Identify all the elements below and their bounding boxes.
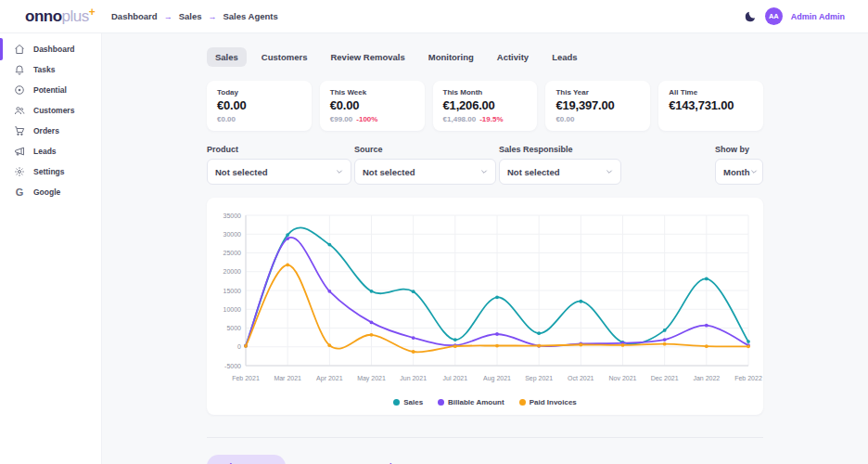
chevron-down-icon [336, 168, 343, 175]
data-point-sales [747, 340, 750, 343]
legend-dot-icon [438, 399, 444, 406]
x-axis-tick: Feb 2022 [734, 375, 762, 381]
data-point-sales [327, 243, 331, 247]
sales-line-chart: -500005000100001500020000250003000035000… [218, 208, 752, 393]
legend-dot-icon [393, 399, 400, 406]
tab-leads[interactable]: Leads [543, 47, 585, 67]
legend-label: Paid Invoices [530, 398, 577, 406]
source-label: Source [354, 145, 496, 154]
data-point-billable-amount [370, 321, 374, 325]
data-point-sales [495, 295, 499, 299]
data-point-sales [370, 290, 374, 293]
data-point-sales [537, 331, 541, 335]
breadcrumb-arrow-icon: → [208, 12, 216, 21]
source-filter: SourceNot selected [354, 145, 496, 185]
sales-chart-card: -500005000100001500020000250003000035000… [207, 198, 763, 415]
data-point-billable-amount [412, 336, 415, 340]
breadcrumb-item-sales[interactable]: Sales [179, 11, 202, 21]
header-right: AA Admin Admin [744, 7, 868, 25]
tab-monitoring[interactable]: Monitoring [420, 47, 482, 67]
megaphone-icon [14, 146, 25, 157]
legend-label: Sales [403, 398, 423, 406]
breadcrumb: Dashboard→Sales→Sales Agents [111, 11, 278, 21]
data-point-paid-invoices [370, 333, 374, 337]
x-axis-tick: May 2021 [357, 375, 386, 382]
main-area: SalesCustomersReview RemovalsMonitoringA… [102, 33, 868, 464]
sidebar-item-customers[interactable]: Customers [0, 100, 101, 121]
avatar[interactable]: AA [765, 7, 783, 25]
bottom-tab-products[interactable]: Products [360, 455, 422, 464]
sidebar: DashboardTasksPotentialCustomersOrdersLe… [0, 33, 102, 464]
x-axis-tick: Apr 2021 [316, 375, 343, 382]
data-point-paid-invoices [621, 343, 625, 347]
sidebar-item-potential[interactable]: Potential [0, 80, 101, 100]
y-axis-tick: -5000 [224, 363, 241, 369]
stat-card-this-year: This Year€19,397.00€0.00 [545, 81, 650, 131]
product-select[interactable]: Not selected [207, 159, 351, 185]
sidebar-item-label: Customers [33, 106, 74, 115]
data-point-paid-invoices [412, 350, 415, 354]
tab-review-removals[interactable]: Review Removals [322, 47, 413, 67]
show-by-select[interactable]: Month [715, 159, 763, 185]
data-point-sales [286, 233, 289, 237]
bottom-tab-sales-agents[interactable]: Sales Agents [207, 455, 286, 464]
tab-customers[interactable]: Customers [253, 47, 316, 67]
data-point-billable-amount [705, 324, 708, 328]
stat-label: This Week [330, 88, 415, 97]
sidebar-item-leads[interactable]: Leads [0, 141, 101, 161]
stat-percent-change: -100% [356, 115, 377, 123]
sidebar-item-tasks[interactable]: Tasks [0, 59, 101, 80]
source-select[interactable]: Not selected [354, 159, 496, 185]
sidebar-item-label: Orders [33, 126, 59, 135]
gear-icon [14, 166, 25, 177]
section-divider [207, 437, 763, 438]
product-selected-value: Not selected [215, 167, 268, 177]
show-by-selected-value: Month [723, 167, 750, 177]
product-label: Product [207, 145, 351, 154]
sidebar-item-label: Potential [33, 85, 67, 95]
data-point-paid-invoices [537, 344, 541, 348]
stat-card-today: Today€0.00€0.00 [207, 81, 312, 131]
bell-icon [14, 64, 25, 75]
sidebar-item-orders[interactable]: Orders [0, 121, 101, 141]
data-point-sales [663, 329, 667, 332]
y-axis-tick: 20000 [223, 268, 242, 275]
x-axis-tick: Mar 2021 [274, 375, 301, 381]
sidebar-item-google[interactable]: GGoogle [0, 182, 101, 202]
stat-previous-value: €0.00 [555, 115, 640, 123]
user-name[interactable]: Admin Admin [791, 12, 845, 21]
breadcrumb-item-dashboard[interactable]: Dashboard [111, 11, 158, 21]
app-logo[interactable]: onnoplus+ [0, 7, 102, 26]
legend-item-billable-amount[interactable]: Billable Amount [438, 398, 504, 406]
stat-label: All Time [669, 88, 753, 97]
data-point-sales [705, 277, 708, 281]
dark-mode-moon-icon[interactable] [744, 10, 757, 23]
section-tabs: SalesCustomersReview RemovalsMonitoringA… [207, 33, 763, 67]
target-icon [14, 84, 25, 96]
stat-previous-value: €99.00-100% [330, 115, 415, 123]
sidebar-item-settings[interactable]: Settings [0, 161, 101, 182]
sales-responsible-selected-value: Not selected [507, 167, 560, 177]
show-by-label: Show by [715, 145, 763, 154]
users-icon [14, 105, 25, 116]
tab-sales[interactable]: Sales [207, 47, 247, 67]
sidebar-item-dashboard[interactable]: Dashboard [0, 39, 101, 59]
chevron-down-icon [480, 168, 488, 175]
legend-item-sales[interactable]: Sales [393, 398, 423, 406]
cart-icon [14, 125, 25, 136]
x-axis-tick: Nov 2021 [609, 375, 637, 381]
data-point-paid-invoices [286, 264, 289, 267]
x-axis-tick: Oct 2021 [568, 375, 594, 381]
tab-activity[interactable]: Activity [489, 47, 537, 67]
stat-value: €19,397.00 [555, 98, 640, 112]
sales-responsible-select[interactable]: Not selected [499, 159, 621, 185]
x-axis-tick: Jul 2021 [443, 375, 468, 381]
breadcrumb-item-sales-agents[interactable]: Sales Agents [223, 11, 277, 21]
data-point-paid-invoices [495, 344, 499, 348]
legend-dot-icon [519, 399, 526, 406]
legend-item-paid-invoices[interactable]: Paid Invoices [519, 398, 577, 406]
sidebar-item-label: Google [33, 187, 60, 197]
bottom-tab-sources[interactable]: Sources [293, 455, 352, 464]
data-point-paid-invoices [747, 344, 750, 348]
logo-text-light: plus [62, 7, 89, 26]
